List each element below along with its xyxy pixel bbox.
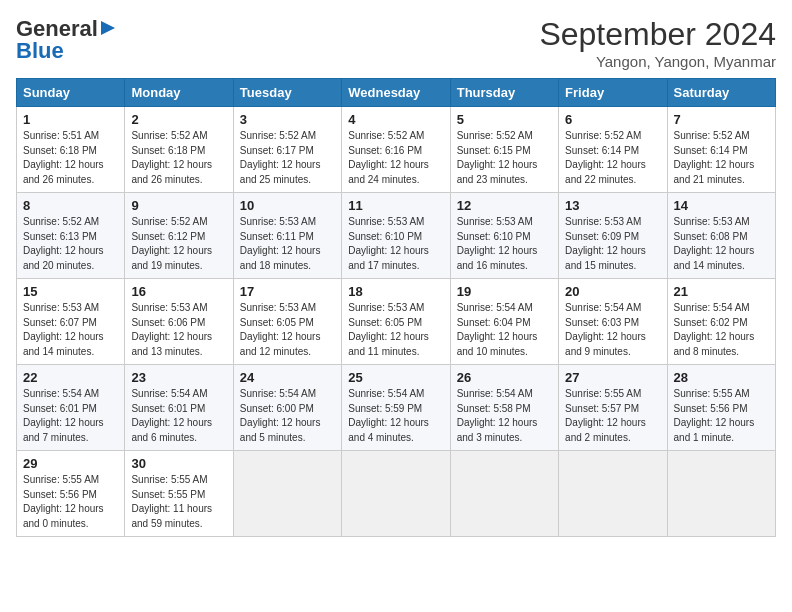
day-info: Sunrise: 5:53 AMSunset: 6:11 PMDaylight:… <box>240 215 335 273</box>
calendar-day: 11Sunrise: 5:53 AMSunset: 6:10 PMDayligh… <box>342 193 450 279</box>
day-info: Sunrise: 5:53 AMSunset: 6:05 PMDaylight:… <box>348 301 443 359</box>
calendar-day: 10Sunrise: 5:53 AMSunset: 6:11 PMDayligh… <box>233 193 341 279</box>
day-info: Sunrise: 5:52 AMSunset: 6:15 PMDaylight:… <box>457 129 552 187</box>
day-info: Sunrise: 5:54 AMSunset: 5:58 PMDaylight:… <box>457 387 552 445</box>
calendar-day: 20Sunrise: 5:54 AMSunset: 6:03 PMDayligh… <box>559 279 667 365</box>
day-number: 30 <box>131 456 226 471</box>
calendar-day: 28Sunrise: 5:55 AMSunset: 5:56 PMDayligh… <box>667 365 775 451</box>
calendar-table: SundayMondayTuesdayWednesdayThursdayFrid… <box>16 78 776 537</box>
day-number: 10 <box>240 198 335 213</box>
day-number: 21 <box>674 284 769 299</box>
calendar-day: 23Sunrise: 5:54 AMSunset: 6:01 PMDayligh… <box>125 365 233 451</box>
day-info: Sunrise: 5:51 AMSunset: 6:18 PMDaylight:… <box>23 129 118 187</box>
day-number: 22 <box>23 370 118 385</box>
calendar-week-row: 8Sunrise: 5:52 AMSunset: 6:13 PMDaylight… <box>17 193 776 279</box>
day-of-week-header: Wednesday <box>342 79 450 107</box>
day-info: Sunrise: 5:54 AMSunset: 6:00 PMDaylight:… <box>240 387 335 445</box>
day-of-week-header: Saturday <box>667 79 775 107</box>
logo: General Blue <box>16 16 117 64</box>
calendar-day: 5Sunrise: 5:52 AMSunset: 6:15 PMDaylight… <box>450 107 558 193</box>
calendar-day: 15Sunrise: 5:53 AMSunset: 6:07 PMDayligh… <box>17 279 125 365</box>
day-info: Sunrise: 5:55 AMSunset: 5:56 PMDaylight:… <box>674 387 769 445</box>
day-number: 1 <box>23 112 118 127</box>
location: Yangon, Yangon, Myanmar <box>539 53 776 70</box>
day-number: 17 <box>240 284 335 299</box>
day-of-week-header: Sunday <box>17 79 125 107</box>
calendar-day: 22Sunrise: 5:54 AMSunset: 6:01 PMDayligh… <box>17 365 125 451</box>
calendar-day <box>342 451 450 537</box>
day-number: 26 <box>457 370 552 385</box>
day-number: 15 <box>23 284 118 299</box>
day-number: 3 <box>240 112 335 127</box>
calendar-week-row: 29Sunrise: 5:55 AMSunset: 5:56 PMDayligh… <box>17 451 776 537</box>
calendar-day <box>233 451 341 537</box>
day-number: 24 <box>240 370 335 385</box>
calendar-day <box>450 451 558 537</box>
day-number: 13 <box>565 198 660 213</box>
month-title: September 2024 <box>539 16 776 53</box>
calendar-day: 13Sunrise: 5:53 AMSunset: 6:09 PMDayligh… <box>559 193 667 279</box>
title-section: September 2024 Yangon, Yangon, Myanmar <box>539 16 776 70</box>
day-number: 25 <box>348 370 443 385</box>
day-info: Sunrise: 5:55 AMSunset: 5:56 PMDaylight:… <box>23 473 118 531</box>
calendar-day: 17Sunrise: 5:53 AMSunset: 6:05 PMDayligh… <box>233 279 341 365</box>
calendar-day: 2Sunrise: 5:52 AMSunset: 6:18 PMDaylight… <box>125 107 233 193</box>
calendar-week-row: 15Sunrise: 5:53 AMSunset: 6:07 PMDayligh… <box>17 279 776 365</box>
day-number: 19 <box>457 284 552 299</box>
day-number: 16 <box>131 284 226 299</box>
calendar-day: 4Sunrise: 5:52 AMSunset: 6:16 PMDaylight… <box>342 107 450 193</box>
calendar-day: 29Sunrise: 5:55 AMSunset: 5:56 PMDayligh… <box>17 451 125 537</box>
calendar-header-row: SundayMondayTuesdayWednesdayThursdayFrid… <box>17 79 776 107</box>
logo-arrow-icon <box>99 19 117 37</box>
day-info: Sunrise: 5:54 AMSunset: 6:01 PMDaylight:… <box>23 387 118 445</box>
day-number: 2 <box>131 112 226 127</box>
calendar-day: 27Sunrise: 5:55 AMSunset: 5:57 PMDayligh… <box>559 365 667 451</box>
day-info: Sunrise: 5:53 AMSunset: 6:07 PMDaylight:… <box>23 301 118 359</box>
day-of-week-header: Thursday <box>450 79 558 107</box>
calendar-day: 30Sunrise: 5:55 AMSunset: 5:55 PMDayligh… <box>125 451 233 537</box>
day-number: 29 <box>23 456 118 471</box>
calendar-day: 12Sunrise: 5:53 AMSunset: 6:10 PMDayligh… <box>450 193 558 279</box>
day-info: Sunrise: 5:54 AMSunset: 5:59 PMDaylight:… <box>348 387 443 445</box>
day-number: 7 <box>674 112 769 127</box>
day-info: Sunrise: 5:55 AMSunset: 5:57 PMDaylight:… <box>565 387 660 445</box>
calendar-week-row: 22Sunrise: 5:54 AMSunset: 6:01 PMDayligh… <box>17 365 776 451</box>
day-number: 8 <box>23 198 118 213</box>
day-number: 6 <box>565 112 660 127</box>
day-of-week-header: Friday <box>559 79 667 107</box>
calendar-day: 24Sunrise: 5:54 AMSunset: 6:00 PMDayligh… <box>233 365 341 451</box>
calendar-day: 19Sunrise: 5:54 AMSunset: 6:04 PMDayligh… <box>450 279 558 365</box>
day-number: 27 <box>565 370 660 385</box>
day-number: 18 <box>348 284 443 299</box>
day-number: 5 <box>457 112 552 127</box>
day-info: Sunrise: 5:53 AMSunset: 6:10 PMDaylight:… <box>457 215 552 273</box>
day-of-week-header: Monday <box>125 79 233 107</box>
calendar-day <box>559 451 667 537</box>
calendar-day <box>667 451 775 537</box>
day-number: 11 <box>348 198 443 213</box>
day-info: Sunrise: 5:53 AMSunset: 6:10 PMDaylight:… <box>348 215 443 273</box>
day-number: 28 <box>674 370 769 385</box>
calendar-week-row: 1Sunrise: 5:51 AMSunset: 6:18 PMDaylight… <box>17 107 776 193</box>
day-number: 12 <box>457 198 552 213</box>
day-info: Sunrise: 5:55 AMSunset: 5:55 PMDaylight:… <box>131 473 226 531</box>
calendar-day: 3Sunrise: 5:52 AMSunset: 6:17 PMDaylight… <box>233 107 341 193</box>
day-number: 4 <box>348 112 443 127</box>
calendar-day: 18Sunrise: 5:53 AMSunset: 6:05 PMDayligh… <box>342 279 450 365</box>
calendar-day: 8Sunrise: 5:52 AMSunset: 6:13 PMDaylight… <box>17 193 125 279</box>
calendar-day: 25Sunrise: 5:54 AMSunset: 5:59 PMDayligh… <box>342 365 450 451</box>
logo-blue: Blue <box>16 38 64 64</box>
day-info: Sunrise: 5:52 AMSunset: 6:13 PMDaylight:… <box>23 215 118 273</box>
day-info: Sunrise: 5:54 AMSunset: 6:03 PMDaylight:… <box>565 301 660 359</box>
calendar-day: 21Sunrise: 5:54 AMSunset: 6:02 PMDayligh… <box>667 279 775 365</box>
calendar-day: 7Sunrise: 5:52 AMSunset: 6:14 PMDaylight… <box>667 107 775 193</box>
day-info: Sunrise: 5:54 AMSunset: 6:01 PMDaylight:… <box>131 387 226 445</box>
day-info: Sunrise: 5:53 AMSunset: 6:06 PMDaylight:… <box>131 301 226 359</box>
day-number: 9 <box>131 198 226 213</box>
calendar-day: 16Sunrise: 5:53 AMSunset: 6:06 PMDayligh… <box>125 279 233 365</box>
day-info: Sunrise: 5:54 AMSunset: 6:02 PMDaylight:… <box>674 301 769 359</box>
calendar-day: 26Sunrise: 5:54 AMSunset: 5:58 PMDayligh… <box>450 365 558 451</box>
calendar-day: 1Sunrise: 5:51 AMSunset: 6:18 PMDaylight… <box>17 107 125 193</box>
day-info: Sunrise: 5:53 AMSunset: 6:05 PMDaylight:… <box>240 301 335 359</box>
day-info: Sunrise: 5:54 AMSunset: 6:04 PMDaylight:… <box>457 301 552 359</box>
